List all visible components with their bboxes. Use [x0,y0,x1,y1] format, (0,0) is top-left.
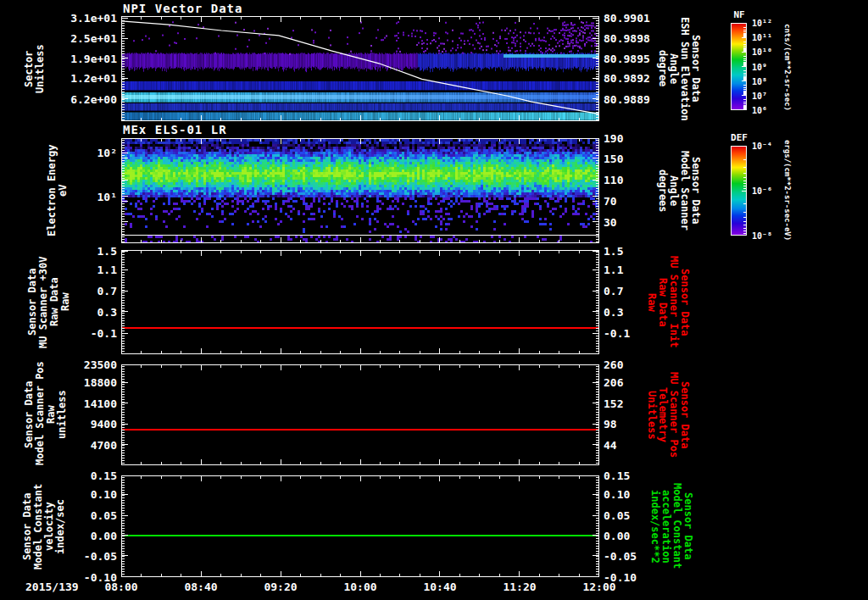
tick-label: 0.10 [604,487,630,500]
date-label: 2015/139 [25,581,79,593]
panel5-left-ticks: 0.150.100.050.00-0.05-0.10 [49,475,117,577]
colorbar-def-ticks: 10⁻⁴10⁻⁶10⁻⁸ [752,146,786,236]
right-axis-title-line: Model Constant [671,475,682,577]
colorbar-tick-label: 10⁶ [752,106,767,115]
tick-label: 150 [604,152,623,164]
model-constant-panel [121,475,599,577]
tick-label: 260 [604,358,623,371]
panel2-title: MEx ELS-01 LR [123,123,227,136]
tick-label: 1.1 [97,264,117,276]
colorbar-tick-label: 10⁻⁸ [752,231,772,241]
tick-label: 0.15 [91,469,117,482]
tick-label: 18800 [84,376,117,389]
tick-label: 1.5 [97,245,117,258]
tick-label: 98 [604,418,617,431]
tick-label: 0.05 [604,509,630,522]
colorbar-def [731,146,747,239]
colorbar-tick-label: 10⁹ [752,62,767,71]
tick-label: 44 [604,439,617,452]
tick-label: 1.9e+01 [70,52,117,64]
summary-plot-page: NPI Vector Data MEx ELS-01 LR SectorUnit… [0,0,868,600]
panel4-right-axis-title: Sensor DataMU Scanner PosTelemetryUnitle… [646,364,690,465]
right-axis-title-line: MU Scanner Pos [668,364,679,465]
tick-label: 80.9895 [604,52,650,64]
els-spectrogram-canvas [121,138,599,243]
time-tick-label: 10:00 [343,581,376,593]
right-axis-title-line: Sensor Data [690,16,701,121]
scanner-pos-panel [121,364,599,465]
right-axis-title-line: MU Scanner Init [668,250,679,354]
tick-label: 70 [604,195,617,208]
els-spectrogram-panel [121,138,599,243]
tick-label: 10¹ [97,190,117,203]
mu-scanner-30v-panel [121,250,599,354]
tick-label: 0.7 [97,284,117,297]
tick-label: 80.9898 [604,32,650,45]
tick-label: 10² [97,146,117,158]
tick-label: 0.00 [91,530,117,542]
tick-label: -0.05 [84,550,117,563]
time-tick-label: 10:40 [423,581,456,593]
right-axis-title-line: ESH Sun Elevation [679,16,690,121]
colorbar-nf-title: NF [728,9,750,20]
right-axis-title-line: Angle [668,138,679,243]
npi-spectrogram-canvas [121,16,599,121]
colorbar-tick-label: 10⁸ [752,76,767,86]
colorbar-nf-ticks: 10¹²10¹¹10¹⁰10⁹10⁸10⁷10⁶ [752,23,786,110]
colorbar-tick-label: 10⁷ [752,91,767,100]
tick-label: 0.00 [604,530,630,542]
right-axis-title-line: Sensor Data [682,475,693,577]
npi-spectrogram-panel [121,16,599,121]
tick-label: 190 [604,132,623,145]
time-tick-label: 09:20 [264,581,297,593]
y-axis-title-line: Unitless [35,16,46,121]
time-axis-labels: 08:0008:4009:2010:0010:4011:2012:00 [121,581,599,596]
tick-label: 1.5 [604,245,623,258]
right-axis-title-line: Sensor Data [690,138,701,243]
tick-label: 4700 [91,439,117,452]
panel5-right-axis-title: Sensor DataModel Constantaccelerationind… [649,475,693,577]
panel1-left-ticks: 3.1e+012.5e+011.9e+011.2e+016.2e+00 [49,16,117,121]
colorbar-tick-label: 10⁻⁶ [752,186,772,196]
tick-label: 110 [604,173,623,186]
right-axis-title-line: Raw [646,250,657,354]
panel1-y-axis-title: SectorUnitless [24,16,49,121]
colorbar-tick-label: 10¹¹ [752,33,772,42]
right-axis-title-line: Angle [668,16,679,121]
colorbar-def-units: ergs/(cm**2-sr-sec-eV) [783,137,792,244]
tick-label: 1.1 [604,264,623,276]
panel3-right-axis-title: Sensor DataMU Scanner InitRaw DataRaw [646,250,690,354]
panel3-left-ticks: 1.51.10.70.3-0.1 [49,250,117,354]
panel2-right-axis-title: Sensor DataModel ScannerAngledegrees [657,138,701,243]
tick-label: 1.2e+01 [70,72,117,85]
panel4-left-ticks: 23500188001410094004700 [49,364,117,465]
colorbar-nf [731,23,747,114]
tick-label: 9400 [91,418,117,431]
colorbar-nf-units: cnts/(cm**2-sr-sec) [783,19,792,116]
tick-label: 206 [604,376,623,389]
right-axis-title-line: index/sec**2 [649,475,660,577]
scanner-pos-canvas [121,364,599,465]
time-tick-label: 08:00 [104,581,137,593]
right-axis-title-line: degree [657,16,668,121]
tick-label: 3.1e+01 [70,12,117,25]
colorbar-tick-label: 10¹² [752,19,772,28]
tick-label: -0.1 [604,327,630,340]
right-axis-title-line: acceleration [660,475,671,577]
colorbar-nf-canvas [731,23,747,110]
tick-label: -0.05 [604,550,637,563]
tick-label: 80.9892 [604,72,650,85]
colorbar-tick-label: 10⁻⁴ [752,142,772,151]
right-axis-title-line: Telemetry [657,364,668,465]
mu-scanner-30v-canvas [121,250,599,354]
model-constant-canvas [121,475,599,577]
tick-label: 80.9901 [604,12,650,25]
panel1-right-ticks: 80.990180.989880.989580.989280.9889 [604,16,663,121]
tick-label: 23500 [84,358,117,371]
tick-label: 6.2e+00 [70,92,117,105]
right-axis-title-line: Unitless [646,364,657,465]
tick-label: 14100 [84,397,117,409]
right-axis-title-line: degrees [657,138,668,243]
tick-label: 0.3 [97,305,117,318]
tick-label: -0.1 [91,327,117,340]
